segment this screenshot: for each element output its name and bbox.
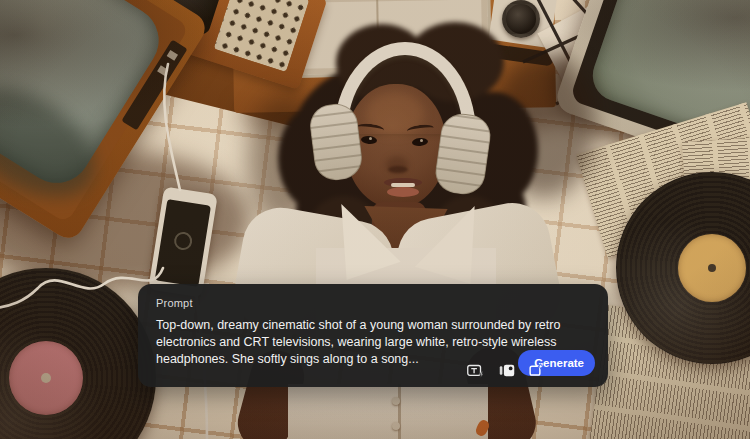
prompt-actions: Generate [454,350,595,376]
generate-button[interactable]: Generate [518,350,595,376]
prompt-label: Prompt [156,297,193,309]
prompt-panel: Prompt Top-down, dreamy cinematic shot o… [138,284,608,387]
text-effects-button[interactable] [454,350,480,376]
firefly-canvas: Prompt Top-down, dreamy cinematic shot o… [0,0,750,439]
reference-image-button[interactable] [486,350,512,376]
